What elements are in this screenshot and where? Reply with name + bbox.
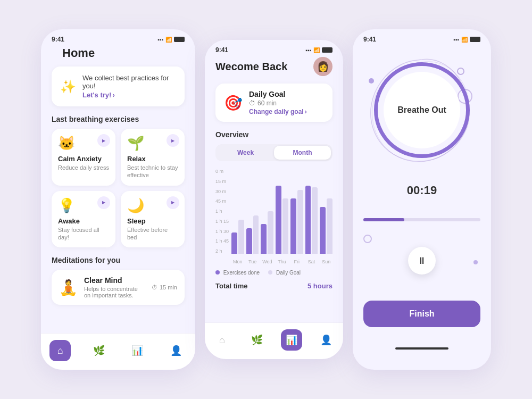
status-icons: ▪▪▪ 📶 bbox=[157, 37, 185, 43]
bar-sat bbox=[305, 169, 318, 254]
chart-legend: Exercises done Daily Goal bbox=[215, 270, 332, 276]
finish-button[interactable]: Finish bbox=[363, 301, 480, 327]
goal-title: Daily Goal bbox=[249, 90, 307, 98]
phone-overview: 9:41 ▪▪▪ 📶 Wecome Back 👩 🎯 Daily Goal ⏱ … bbox=[205, 40, 343, 359]
legend-goal: Daily Goal bbox=[268, 270, 301, 276]
play-btn-sleep[interactable]: ▶ bbox=[167, 196, 179, 209]
med-desc: Helps to concentrate on important tasks. bbox=[84, 286, 145, 298]
sleep-name: Sleep bbox=[127, 217, 178, 225]
battery-icon bbox=[174, 37, 185, 42]
breathing-section-title: Last breathing exercises bbox=[52, 115, 185, 123]
relax-desc: Best technic to stay effective bbox=[127, 164, 178, 179]
pause-icon: ⏸ bbox=[417, 255, 427, 267]
status-bar-2: 9:41 ▪▪▪ 📶 bbox=[205, 40, 343, 57]
bar-wed bbox=[261, 169, 273, 254]
goal-card: 🎯 Daily Goal ⏱ 60 min Change daily goal … bbox=[215, 84, 332, 122]
bottom-nav-1: ⌂ 🌿 📊 👤 bbox=[41, 333, 195, 370]
exercise-grid: ▶ 🐱 Calm Anxiety Reduce daily stress ▶ 🌱… bbox=[52, 129, 185, 247]
total-value: 5 hours bbox=[307, 282, 332, 290]
float-dot-2 bbox=[473, 260, 478, 264]
promo-content: We collect best practices for you! Let's… bbox=[82, 74, 176, 99]
med-info: Clear Mind Helps to concentrate on impor… bbox=[84, 276, 145, 298]
goal-content: Daily Goal ⏱ 60 min Change daily goal › bbox=[249, 90, 307, 115]
awake-desc: Stay focused all day! bbox=[58, 226, 109, 242]
promo-card: ✨ We collect best practices for you! Let… bbox=[52, 66, 185, 106]
tab-week[interactable]: Week bbox=[217, 146, 274, 160]
promo-icon: ✨ bbox=[60, 79, 76, 94]
goal-link[interactable]: Change daily goal › bbox=[249, 108, 307, 115]
status-icons-3: ▪▪▪ 📶 bbox=[453, 37, 480, 43]
meditation-card[interactable]: 🧘 Clear Mind Helps to concentrate on imp… bbox=[52, 270, 185, 305]
nav-home[interactable]: ⌂ bbox=[49, 340, 71, 361]
chart-x-labels: Mon Tue Wed Thu Fri Sat Sun bbox=[231, 259, 332, 264]
total-label: Total time bbox=[215, 282, 247, 290]
med-time: ⏱ 15 min bbox=[152, 284, 177, 290]
nav-home-2[interactable]: ⌂ bbox=[212, 329, 233, 351]
battery-icon-2 bbox=[322, 47, 332, 53]
phone-home: 9:41 ▪▪▪ 📶 Home ✨ We collect best practi… bbox=[41, 29, 195, 370]
relax-name: Relax bbox=[127, 155, 178, 163]
nav-profile[interactable]: 👤 bbox=[165, 340, 187, 361]
status-bar-3: 9:41 ▪▪▪ 📶 bbox=[353, 29, 491, 46]
bar-sun bbox=[320, 169, 332, 254]
status-time: 9:41 bbox=[52, 36, 64, 43]
home-indicator bbox=[395, 347, 448, 350]
breathe-inner: Breathe Out bbox=[384, 72, 460, 148]
play-btn-awake[interactable]: ▶ bbox=[97, 196, 110, 209]
pause-button[interactable]: ⏸ bbox=[408, 247, 436, 275]
meditation-section-title: Meditations for you bbox=[52, 256, 185, 264]
welcome-header: Wecome Back 👩 bbox=[205, 57, 343, 76]
nav-leaf-2[interactable]: 🌿 bbox=[246, 329, 268, 351]
wifi-icon: 📶 bbox=[165, 37, 172, 43]
breathe-circle-wrapper: Breathe Out bbox=[369, 57, 475, 163]
nav-profile-2[interactable]: 👤 bbox=[315, 329, 337, 351]
status-bar: 9:41 ▪▪▪ 📶 bbox=[41, 29, 195, 46]
breathe-label: Breathe Out bbox=[397, 105, 446, 115]
breathe-screen: Breathe Out 00:19 ⏸ Finish bbox=[353, 46, 491, 360]
total-time-row: Total time 5 hours bbox=[205, 276, 343, 290]
chart-y-labels: 2 h 1 h 45 1 h 30 1 h 15 1 h 45 m 30 m 1… bbox=[215, 169, 230, 254]
home-title: Home bbox=[52, 46, 185, 60]
awake-name: Awake bbox=[58, 217, 109, 225]
chart-container: 2 h 1 h 45 1 h 30 1 h 15 1 h 45 m 30 m 1… bbox=[215, 169, 332, 264]
status-time-2: 9:41 bbox=[215, 46, 228, 54]
timer-display: 00:19 bbox=[407, 184, 437, 197]
bottom-nav-2: ⌂ 🌿 📊 👤 bbox=[205, 322, 343, 359]
bar-thu bbox=[276, 169, 288, 254]
med-name: Clear Mind bbox=[84, 276, 145, 285]
calm-desc: Reduce daily stress bbox=[58, 164, 109, 171]
exercise-card-calm[interactable]: ▶ 🐱 Calm Anxiety Reduce daily stress bbox=[52, 129, 115, 186]
signal-icon: ▪▪▪ bbox=[157, 37, 163, 43]
promo-text: We collect best practices for you! bbox=[82, 74, 176, 90]
exercise-card-sleep[interactable]: ▶ 🌙 Sleep Effective before bed bbox=[121, 191, 185, 248]
battery-icon-3 bbox=[470, 37, 480, 42]
wifi-icon-3: 📶 bbox=[461, 37, 468, 43]
bar-fri bbox=[290, 169, 303, 254]
signal-icon-3: ▪▪▪ bbox=[453, 37, 459, 43]
signal-icon-2: ▪▪▪ bbox=[305, 47, 311, 53]
phone1-content: Home ✨ We collect best practices for you… bbox=[41, 46, 195, 315]
goal-icon: 🎯 bbox=[224, 94, 243, 112]
float-circle-3 bbox=[363, 235, 372, 243]
bar-tue bbox=[246, 169, 259, 254]
status-icons-2: ▪▪▪ 📶 bbox=[305, 47, 332, 53]
status-time-3: 9:41 bbox=[363, 36, 376, 43]
play-btn-calm[interactable]: ▶ bbox=[97, 134, 110, 147]
bar-mon bbox=[231, 169, 244, 254]
nav-chart-2[interactable]: 📊 bbox=[281, 329, 302, 351]
promo-link[interactable]: Let's try! › bbox=[82, 91, 176, 99]
nav-leaf[interactable]: 🌿 bbox=[88, 340, 110, 361]
exercise-card-awake[interactable]: ▶ 💡 Awake Stay focused all day! bbox=[52, 191, 115, 248]
user-avatar[interactable]: 👩 bbox=[313, 57, 332, 76]
goal-time: ⏱ 60 min bbox=[249, 99, 307, 107]
exercise-card-relax[interactable]: ▶ 🌱 Relax Best technic to stay effective bbox=[121, 129, 185, 186]
calm-name: Calm Anxiety bbox=[58, 155, 109, 163]
tabs-container: Week Month bbox=[215, 144, 332, 161]
legend-dot-goal bbox=[268, 270, 272, 275]
nav-chart[interactable]: 📊 bbox=[127, 340, 148, 361]
play-btn-relax[interactable]: ▶ bbox=[167, 134, 179, 147]
phone-breathe: 9:41 ▪▪▪ 📶 bbox=[353, 29, 491, 370]
tab-month[interactable]: Month bbox=[274, 146, 331, 160]
progress-bar-fill bbox=[363, 218, 404, 221]
wifi-icon-2: 📶 bbox=[313, 47, 320, 53]
